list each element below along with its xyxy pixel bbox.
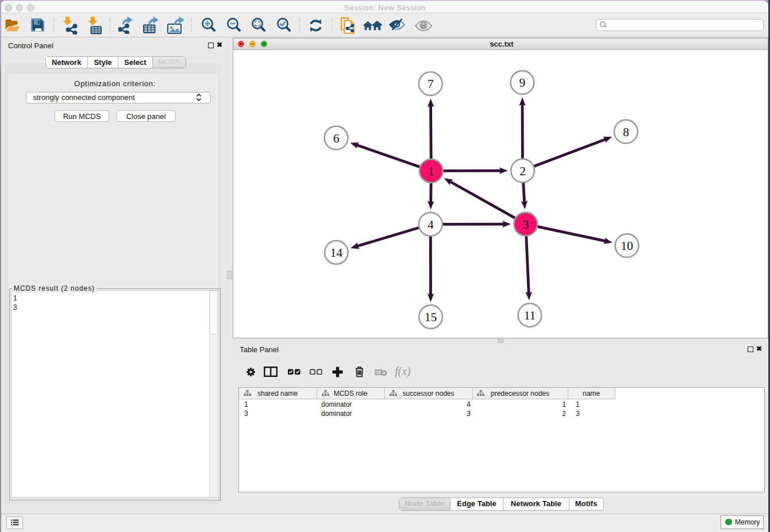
svg-text:14: 14 xyxy=(330,246,343,260)
svg-text:6: 6 xyxy=(333,132,340,145)
svg-text:15: 15 xyxy=(425,310,437,324)
svg-text:3: 3 xyxy=(522,218,529,232)
svg-text:1: 1 xyxy=(428,164,434,178)
svg-text:8: 8 xyxy=(623,125,629,139)
svg-text:11: 11 xyxy=(524,309,536,322)
svg-text:10: 10 xyxy=(621,239,633,253)
svg-text:9: 9 xyxy=(519,76,526,90)
svg-text:4: 4 xyxy=(428,218,434,232)
svg-text:2: 2 xyxy=(519,164,526,178)
svg-text:7: 7 xyxy=(428,77,434,91)
